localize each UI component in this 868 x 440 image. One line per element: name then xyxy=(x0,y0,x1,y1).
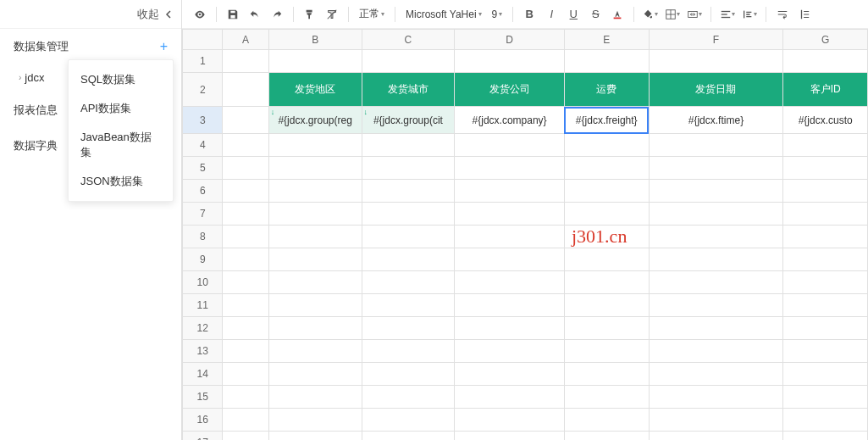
menu-item-json[interactable]: JSON数据集 xyxy=(69,167,173,196)
chevron-down-icon: ▾ xyxy=(677,10,680,18)
row-header[interactable]: 16 xyxy=(183,409,223,432)
row-header[interactable]: 12 xyxy=(183,317,223,340)
cell[interactable]: ↓#{jdcx.group(cit xyxy=(362,107,455,134)
chevron-down-icon: ▾ xyxy=(754,10,757,18)
dataset-item-label: jdcx xyxy=(25,71,44,84)
wrap-button[interactable] xyxy=(773,5,792,24)
chevron-down-icon: ▾ xyxy=(381,10,384,18)
chevron-down-icon: ▾ xyxy=(699,10,702,18)
row-selected: 3 ↓#{jdcx.group(reg ↓#{jdcx.group(cit #{… xyxy=(183,107,868,134)
cell[interactable]: 运费 xyxy=(564,73,649,107)
cell[interactable] xyxy=(223,107,268,134)
dataset-context-menu: SQL数据集 API数据集 JavaBean数据集 JSON数据集 xyxy=(68,59,174,202)
chevron-right-icon: › xyxy=(19,73,21,82)
row-header[interactable]: 11 xyxy=(183,294,223,317)
separator xyxy=(766,7,766,22)
chevron-down-icon: ▾ xyxy=(499,10,502,18)
dataset-header: 数据集管理 + xyxy=(0,29,181,63)
cell[interactable]: #{jdcx.ftime} xyxy=(649,107,783,134)
cell[interactable]: 发货公司 xyxy=(455,73,565,107)
menu-item-api[interactable]: API数据集 xyxy=(69,94,173,123)
cell[interactable]: #{jdcx.company} xyxy=(455,107,565,134)
cell[interactable]: ↓#{jdcx.group(reg xyxy=(268,107,362,134)
col-header-b[interactable]: B xyxy=(268,30,362,50)
align-v-button[interactable]: ▾ xyxy=(740,5,759,24)
main: 正常▾ Microsoft YaHei▾ 9▾ B I U S ▾ ▾ ▾ ▾ … xyxy=(182,0,868,440)
format-painter-button[interactable] xyxy=(301,5,319,24)
row-header[interactable]: 4 xyxy=(183,134,223,157)
dataset-header-label: 数据集管理 xyxy=(14,39,69,54)
row-header[interactable]: 6 xyxy=(183,180,223,203)
col-header-g[interactable]: G xyxy=(783,30,868,50)
menu-item-sql[interactable]: SQL数据集 xyxy=(69,65,173,94)
cell[interactable]: 客户ID xyxy=(783,73,868,107)
sidebar: 收起 数据集管理 + › jdcx 报表信息 数据字典 SQL数据集 API数据… xyxy=(0,0,182,440)
row-header[interactable]: 14 xyxy=(183,363,223,386)
cell[interactable] xyxy=(223,73,268,107)
chevron-down-icon: ▾ xyxy=(732,10,735,18)
row-header[interactable]: 13 xyxy=(183,340,223,363)
strike-button[interactable]: S xyxy=(586,5,605,24)
separator xyxy=(216,7,217,22)
caret-left-icon xyxy=(164,10,173,19)
preview-button[interactable] xyxy=(191,5,209,24)
col-header-c[interactable]: C xyxy=(362,30,455,50)
toolbar: 正常▾ Microsoft YaHei▾ 9▾ B I U S ▾ ▾ ▾ ▾ … xyxy=(182,0,868,29)
svg-point-0 xyxy=(199,13,202,15)
save-button[interactable] xyxy=(224,5,242,24)
row-header[interactable]: 2 xyxy=(183,73,223,107)
row-header[interactable]: 15 xyxy=(183,386,223,409)
fill-color-button[interactable]: ▾ xyxy=(641,5,660,24)
row-header[interactable]: 3 xyxy=(183,107,223,134)
redo-button[interactable] xyxy=(268,5,286,24)
underline-button[interactable]: U xyxy=(564,5,583,24)
more-button[interactable] xyxy=(795,5,814,24)
chevron-down-icon: ▾ xyxy=(655,10,658,18)
separator xyxy=(293,7,294,22)
row-header[interactable]: 17 xyxy=(183,432,223,441)
row-header[interactable]: 7 xyxy=(183,203,223,226)
align-h-button[interactable]: ▾ xyxy=(718,5,737,24)
bold-button[interactable]: B xyxy=(520,5,539,24)
cell[interactable]: 发货城市 xyxy=(362,73,455,107)
font-family-select[interactable]: Microsoft YaHei▾ xyxy=(402,8,485,20)
border-button[interactable]: ▾ xyxy=(663,5,682,24)
row-header[interactable]: 9 xyxy=(183,248,223,271)
col-header-e[interactable]: E xyxy=(564,30,649,50)
cell[interactable]: 发货地区 xyxy=(268,73,362,107)
row-header[interactable]: 10 xyxy=(183,271,223,294)
separator xyxy=(512,7,513,22)
add-dataset-button[interactable]: + xyxy=(160,39,168,54)
separator xyxy=(395,7,395,22)
spreadsheet[interactable]: A B C D E F G 1 2 发货地区 发货城市 发货公司 运费 发货日期 xyxy=(182,29,868,440)
italic-button[interactable]: I xyxy=(542,5,561,24)
separator xyxy=(710,7,711,22)
style-select[interactable]: 正常▾ xyxy=(356,7,388,21)
cell[interactable]: #{jdcx.custo xyxy=(783,107,868,134)
menu-item-javabean[interactable]: JavaBean数据集 xyxy=(69,123,173,167)
svg-line-1 xyxy=(328,9,337,19)
col-header-a[interactable]: A xyxy=(223,30,268,50)
row-header[interactable]: 5 xyxy=(183,157,223,180)
separator xyxy=(348,7,349,22)
row-header[interactable]: 8 xyxy=(183,226,223,248)
font-size-select[interactable]: 9▾ xyxy=(489,8,506,20)
row-header[interactable]: 1 xyxy=(183,50,223,73)
collapse-toggle[interactable]: 收起 xyxy=(0,0,181,29)
col-header-f[interactable]: F xyxy=(649,30,783,50)
cell-selected[interactable]: #{jdcx.freight} xyxy=(564,107,649,134)
select-all-cell[interactable] xyxy=(183,30,223,50)
font-color-button[interactable] xyxy=(608,5,627,24)
col-header-d[interactable]: D xyxy=(455,30,565,50)
separator xyxy=(633,7,634,22)
chevron-down-icon: ▾ xyxy=(478,10,482,18)
collapse-label: 收起 xyxy=(137,7,159,22)
svg-rect-2 xyxy=(614,17,622,19)
merge-button[interactable]: ▾ xyxy=(685,5,704,24)
cell[interactable]: 发货日期 xyxy=(649,73,783,107)
undo-button[interactable] xyxy=(246,5,264,24)
clear-format-button[interactable] xyxy=(323,5,341,24)
